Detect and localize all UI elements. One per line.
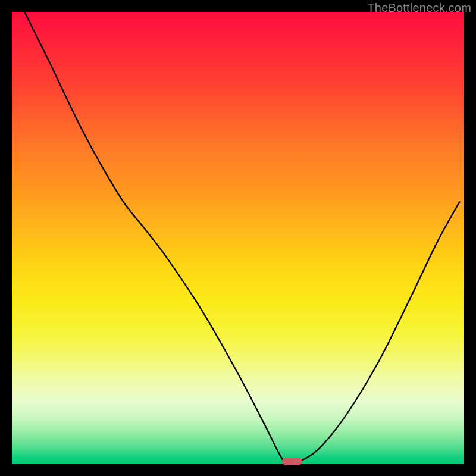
- plot-area: [12, 12, 464, 464]
- watermark-text: TheBottleneck.com: [367, 1, 471, 15]
- chart-frame: TheBottleneck.com: [0, 0, 476, 476]
- curve-svg: [12, 12, 464, 464]
- optimum-marker: [282, 458, 302, 465]
- bottleneck-curve: [24, 12, 459, 463]
